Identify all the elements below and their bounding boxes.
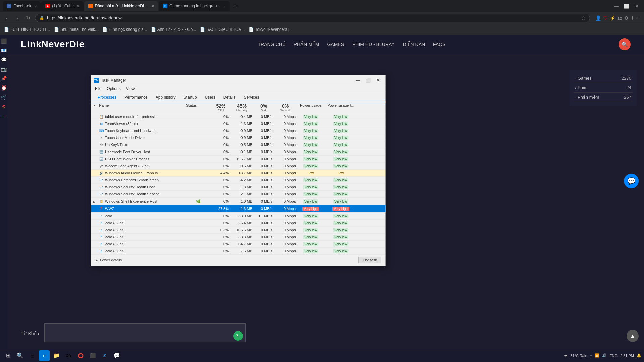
tab-facebook-close[interactable]: × xyxy=(35,4,37,8)
tm-minimize[interactable]: — xyxy=(353,77,363,84)
table-row[interactable]: Z Zalo (32 bit) 0% 64.7 MB 0 MB/s 0 Mbps… xyxy=(91,241,385,248)
table-row[interactable]: 🔊 Windows Audio Device Graph Is... 4.4% … xyxy=(91,170,385,177)
bookmark-2[interactable]: 📄 Hình học không gia... xyxy=(102,27,147,32)
profile-icon[interactable]: 👤 xyxy=(595,15,601,21)
tab-processes[interactable]: Processes xyxy=(94,93,120,102)
category-games[interactable]: › Games 2270 xyxy=(574,74,633,83)
star-icon[interactable]: ☆ xyxy=(581,15,586,21)
nav-trangchu[interactable]: TRANG CHỦ xyxy=(258,42,286,47)
nav-games[interactable]: GAMES xyxy=(327,42,344,47)
tm-menu-file[interactable]: File xyxy=(92,85,104,93)
tab-youtube[interactable]: ▶ (1) YouTube × xyxy=(41,1,83,11)
scroll-top-button[interactable]: ▲ xyxy=(627,330,639,342)
taskbar-search[interactable]: 🔍 xyxy=(15,350,25,361)
taskbar-explorer[interactable]: 📁 xyxy=(51,350,62,361)
settings-icon[interactable]: ⚙ xyxy=(624,15,629,21)
tab-linkneverdie-close[interactable]: × xyxy=(152,4,154,8)
tm-menu-options[interactable]: Options xyxy=(104,85,123,93)
tm-close[interactable]: ✕ xyxy=(373,77,383,84)
more-icon[interactable]: ⋯ xyxy=(637,15,641,21)
tab-linkneverdie[interactable]: L Đăng bài mới | LinkNeverDie... × xyxy=(84,1,158,11)
table-row[interactable]: 🛡 Windows Security Health Service 0% 2.1… xyxy=(91,191,385,198)
row-expand[interactable]: ▶ xyxy=(91,198,98,204)
chat-button[interactable]: 💬 xyxy=(624,174,639,188)
taskbar-zalo[interactable]: Z xyxy=(99,350,110,361)
table-row[interactable]: 🔤 Usermode Font Driver Host 0% 0.1 MB 0 … xyxy=(91,148,385,156)
site-search-button[interactable]: 🔍 xyxy=(619,38,631,50)
tm-menu-view[interactable]: View xyxy=(123,85,138,93)
back-button[interactable]: ‹ xyxy=(3,14,11,22)
sidebar-icon-7[interactable]: ⚙ xyxy=(0,103,7,110)
browser-maximize[interactable]: ⬜ xyxy=(622,2,631,10)
tab-youtube-close[interactable]: × xyxy=(77,4,79,8)
nav-faqs[interactable]: FAQS xyxy=(433,42,445,47)
browser-minimize[interactable]: — xyxy=(612,2,621,10)
taskbar-messenger[interactable]: 💬 xyxy=(111,350,122,361)
table-row[interactable]: ▶ 🖥 Windows Shell Experience Host 🌿 0% 1… xyxy=(91,198,385,205)
taskbar-taskview[interactable]: ⊟ xyxy=(27,350,38,361)
tab-details[interactable]: Details xyxy=(219,93,240,102)
table-row[interactable]: 📋 tablet user module for professi... 0% … xyxy=(91,113,385,120)
tab-app-history[interactable]: App history xyxy=(152,93,180,102)
sidebar-icon-1[interactable]: 📧 xyxy=(0,47,7,54)
taskbar-app1[interactable]: ⬛ xyxy=(87,350,98,361)
col-header-disk[interactable]: 0% Disk xyxy=(254,102,274,113)
collections-icon[interactable]: 🗂 xyxy=(618,15,622,21)
table-row[interactable]: ⚙ UniKeyNT.exe 0% 0.5 MB 0 MB/s 0 Mbps V… xyxy=(91,141,385,148)
taskbar-clock[interactable]: 2:51 PM xyxy=(620,354,634,358)
notifications-icon[interactable]: 🔔 xyxy=(637,353,641,358)
taskbar-store[interactable]: 🛍 xyxy=(63,350,74,361)
sidebar-icon-3[interactable]: 📷 xyxy=(0,66,7,72)
table-row[interactable]: 🖊 Wacom Load Agent (32 bit) 0% 0.5 MB 0 … xyxy=(91,163,385,170)
bookmark-5[interactable]: 📄 Tokyo!!Revengers |... xyxy=(249,27,293,32)
refresh-button[interactable]: ↻ xyxy=(24,14,32,22)
table-row[interactable]: 🖥 TeamViewer (32 bit) 0% 1.3 MB 0 MB/s 0… xyxy=(91,120,385,127)
tab-game[interactable]: G Game running in backgrou... × xyxy=(159,1,230,11)
col-header-power[interactable]: Power usage xyxy=(297,102,324,113)
expand-arrow[interactable]: ▶ xyxy=(93,200,95,204)
sidebar-icon-2[interactable]: 💬 xyxy=(0,56,7,63)
start-button[interactable]: ⊞ xyxy=(3,350,13,361)
category-phim[interactable]: › Phim 24 xyxy=(574,83,633,93)
sidebar-icon-0[interactable]: ⬛ xyxy=(0,38,7,44)
shield-icon[interactable]: 🛡 xyxy=(603,15,608,21)
new-tab-button[interactable]: + xyxy=(230,1,240,11)
end-task-button[interactable]: End task xyxy=(358,257,381,263)
forum-input[interactable] xyxy=(44,323,246,342)
tab-performance[interactable]: Performance xyxy=(120,93,152,102)
col-header-powert[interactable]: Power usage t... xyxy=(324,102,358,113)
url-bar[interactable]: 🔒 https://linkneverdie.net/forums/addnew… xyxy=(35,14,590,22)
col-header-net[interactable]: 0% Network xyxy=(274,102,297,113)
taskbar-chrome[interactable]: ⭕ xyxy=(75,350,86,361)
bookmark-4[interactable]: 📄 SÁCH GIÁO KHOA... xyxy=(200,27,245,32)
tab-services[interactable]: Services xyxy=(240,93,263,102)
bookmark-0[interactable]: 📄 FULL HÌNH HỌC 11... xyxy=(4,27,50,32)
nav-phanmem[interactable]: PHẦN MỀM xyxy=(294,42,319,47)
table-row[interactable]: Z Zalo 0% 33.0 MB 0.1 MB/s 0 Mbps Very l… xyxy=(91,213,385,220)
col-header-status[interactable]: Status xyxy=(185,102,212,113)
forward-button[interactable]: › xyxy=(13,14,21,22)
sidebar-icon-5[interactable]: ⏰ xyxy=(0,84,7,91)
tab-startup[interactable]: Startup xyxy=(180,93,201,102)
tab-users[interactable]: Users xyxy=(201,93,219,102)
fewer-details-button[interactable]: ▲ Fewer details xyxy=(95,258,122,262)
col-header-name[interactable]: Name xyxy=(98,102,185,113)
taskbar-edge[interactable]: e xyxy=(39,350,50,361)
tm-maximize[interactable]: ⬜ xyxy=(363,77,373,84)
col-header-cpu[interactable]: 52% CPU xyxy=(212,102,230,113)
forum-refresh-button[interactable]: ↻ xyxy=(233,331,243,341)
sidebar-icon-4[interactable]: 📌 xyxy=(0,75,7,82)
table-row[interactable]: Z Zalo (32 bit) 0% 33.3 MB 0 MB/s 0 Mbps… xyxy=(91,234,385,241)
table-row[interactable]: Z Zalo (32 bit) 0.3% 106.5 MB 0 MB/s 0 M… xyxy=(91,227,385,234)
nav-diendan[interactable]: DIỄN ĐÀN xyxy=(403,42,425,47)
sidebar-icon-6[interactable]: 🛒 xyxy=(0,94,7,101)
nav-phim[interactable]: PHIM HD - BLURAY xyxy=(352,42,395,47)
table-row[interactable]: ⌨ Touch Keyboard and Handwriti... 0% 0.9… xyxy=(91,127,385,134)
tab-facebook[interactable]: f Facebook × xyxy=(3,1,41,11)
favorite-icon[interactable]: ⚡ xyxy=(610,15,615,21)
category-phanmem[interactable]: › Phần mềm 257 xyxy=(574,93,633,102)
table-row[interactable]: Z Zalo (32 bit) 0% 7.5 MB 0 MB/s 0 Mbps … xyxy=(91,248,385,255)
table-row[interactable]: Z Zalo (32 bit) 0% 26.4 MB 0 MB/s 0 Mbps… xyxy=(91,220,385,227)
table-row[interactable]: 🛡 Windows Security Health Host 0% 1.3 MB… xyxy=(91,184,385,191)
table-row[interactable]: 🛡 Windows Defender SmartScreen 0% 4.2 MB… xyxy=(91,177,385,184)
